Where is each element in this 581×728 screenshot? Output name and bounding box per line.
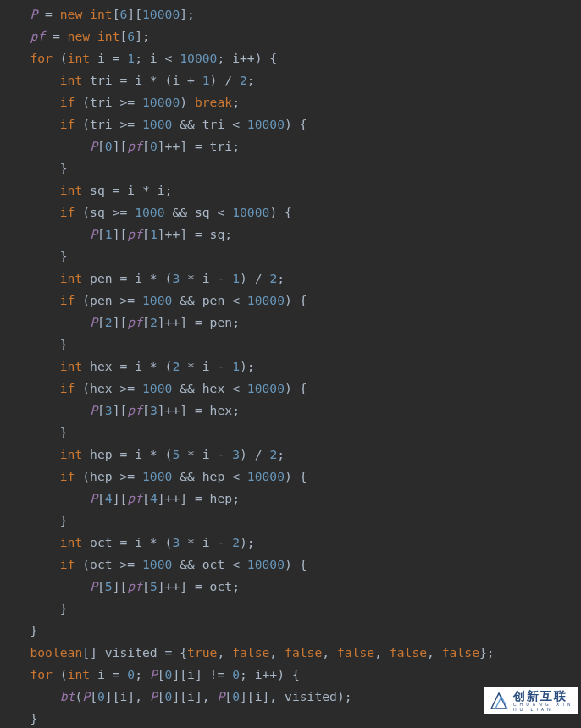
code-line: } [0, 598, 581, 620]
code-line: P[2][pf[2]++] = pen; [0, 312, 581, 334]
code-line: P[4][pf[4]++] = hep; [0, 488, 581, 510]
code-line: } [0, 422, 581, 444]
code-line: pf = new int[6]; [0, 25, 581, 47]
watermark-sub-text: CHUANG XIN HU LIAN [513, 702, 574, 712]
code-line: } [0, 620, 581, 642]
code-line: for (int i = 1; i < 10000; i++) { [0, 47, 581, 69]
code-line: } [0, 157, 581, 179]
code-line: int pen = i * (3 * i - 1) / 2; [0, 267, 581, 290]
code-line: P = new int[6][10000]; [0, 3, 581, 25]
code-line: if (hex >= 1000 && hex < 10000) { [0, 378, 581, 400]
code-line: for (int i = 0; P[0][i] != 0; i++) { [0, 664, 581, 686]
code-line: int hex = i * (2 * i - 1); [0, 356, 581, 378]
code-line: if (tri >= 1000 && tri < 10000) { [0, 113, 581, 135]
code-line: } [0, 245, 581, 267]
code-line: int tri = i * (i + 1) / 2; [0, 69, 581, 91]
code-line: P[5][pf[5]++] = oct; [0, 576, 581, 598]
watermark-logo-icon [488, 690, 510, 712]
code-line: } [0, 334, 581, 356]
code-line: if (tri >= 10000) break; [0, 91, 581, 113]
code-line: if (pen >= 1000 && pen < 10000) { [0, 290, 581, 312]
watermark-main-text: 创新互联 [513, 690, 574, 702]
code-line: int oct = i * (3 * i - 2); [0, 532, 581, 554]
code-line: int hep = i * (5 * i - 3) / 2; [0, 444, 581, 466]
code-line: if (sq >= 1000 && sq < 10000) { [0, 201, 581, 223]
code-line: P[1][pf[1]++] = sq; [0, 223, 581, 245]
watermark-badge: 创新互联 CHUANG XIN HU LIAN [484, 687, 578, 714]
code-block: P = new int[6][10000]; pf = new int[6]; … [0, 0, 581, 728]
code-line: if (oct >= 1000 && oct < 10000) { [0, 554, 581, 576]
code-line: P[0][pf[0]++] = tri; [0, 135, 581, 157]
code-line: P[3][pf[3]++] = hex; [0, 400, 581, 422]
code-line: int sq = i * i; [0, 179, 581, 201]
code-line: boolean[] visited = {true, false, false,… [0, 642, 581, 664]
code-line: if (hep >= 1000 && hep < 10000) { [0, 466, 581, 488]
code-line: } [0, 510, 581, 532]
